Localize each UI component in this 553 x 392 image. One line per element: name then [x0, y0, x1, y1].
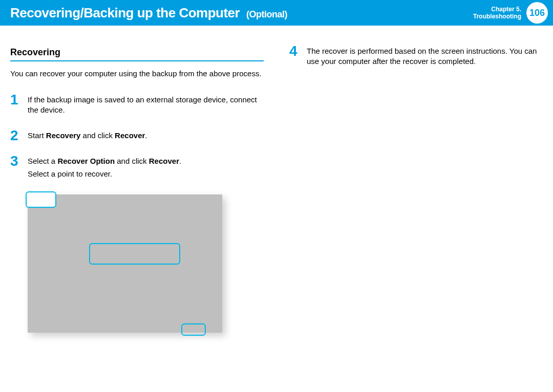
title-suffix: (Optional): [246, 9, 287, 19]
step-body: Start Recovery and click Recover.: [28, 130, 264, 143]
step-number: 2: [10, 128, 28, 143]
title-main: Recovering/Backing up the Computer: [10, 5, 240, 20]
callout-box-top-left: [26, 191, 56, 208]
screenshot-placeholder: [28, 194, 222, 333]
step-3: 3 Select a Recover Option and click Reco…: [10, 156, 264, 181]
page-title: Recovering/Backing up the Computer (Opti…: [10, 5, 287, 21]
step-text: Start Recovery and click Recover.: [28, 130, 264, 141]
step-body: If the backup image is saved to an exter…: [28, 95, 264, 118]
page: Recovering/Backing up the Computer (Opti…: [0, 0, 553, 392]
step-text: Select a Recover Option and click Recove…: [28, 156, 264, 166]
header-right: Chapter 5. Troubleshooting 106: [473, 0, 553, 26]
section-intro: You can recover your computer using the …: [10, 69, 264, 79]
step-body: Select a Recover Option and click Recove…: [28, 156, 264, 181]
callout-box-center: [89, 243, 180, 265]
chapter-block: Chapter 5. Troubleshooting: [473, 6, 526, 20]
step-4: 4 The recover is performed based on the …: [289, 46, 543, 69]
step-text: The recover is performed based on the sc…: [307, 46, 543, 67]
step-body: The recover is performed based on the sc…: [307, 46, 543, 69]
step-2: 2 Start Recovery and click Recover.: [10, 130, 264, 143]
chapter-line2: Troubleshooting: [473, 13, 521, 20]
right-column: 4 The recover is performed based on the …: [289, 46, 543, 333]
step-text-line2: Select a point to recover.: [28, 169, 264, 179]
step-1: 1 If the backup image is saved to an ext…: [10, 95, 264, 118]
left-column: Recovering You can recover your computer…: [10, 46, 264, 333]
step-text: If the backup image is saved to an exter…: [28, 95, 264, 116]
step-number: 1: [10, 93, 28, 107]
page-number: 106: [529, 8, 545, 18]
page-number-badge: 106: [526, 2, 548, 24]
content-columns: Recovering You can recover your computer…: [0, 26, 553, 333]
step-number: 3: [10, 154, 28, 168]
callout-box-bottom-right: [181, 323, 206, 336]
header-bar: Recovering/Backing up the Computer (Opti…: [0, 0, 553, 26]
step-number: 4: [289, 44, 307, 58]
chapter-line1: Chapter 5.: [473, 6, 521, 13]
section-title: Recovering: [10, 46, 264, 61]
